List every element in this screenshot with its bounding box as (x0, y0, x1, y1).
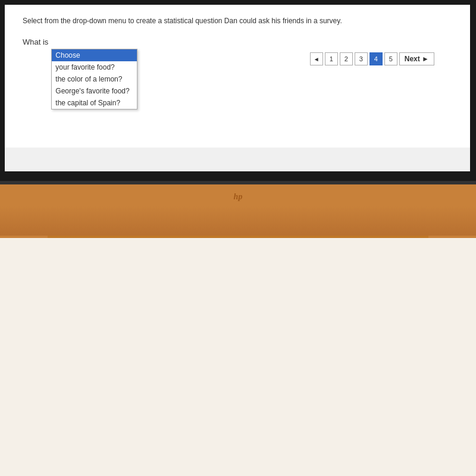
page-1-button[interactable]: 1 (325, 52, 338, 65)
next-button[interactable]: Next ► (399, 52, 434, 65)
dropdown-option-george-food[interactable]: George's favorite food? (52, 85, 137, 97)
laptop-outer: Select from the drop-down menu to create… (0, 0, 476, 476)
dropdown-option-spain-capital[interactable]: the capital of Spain? (52, 97, 137, 109)
screen-bezel: Select from the drop-down menu to create… (0, 0, 476, 184)
hp-logo: hp (234, 192, 243, 202)
desk-surface (0, 238, 476, 476)
hp-logo-area: hp (0, 188, 476, 206)
speaker-area (0, 206, 476, 236)
pagination: ◄ 1 2 3 4 5 Next ► (310, 52, 434, 65)
dropdown-list: Choose your favorite food? the color of … (51, 49, 137, 109)
instruction-text: Select from the drop-down menu to create… (23, 17, 452, 25)
page-5-button[interactable]: 5 (384, 52, 397, 65)
dropdown-option-choose[interactable]: Choose (52, 49, 137, 61)
page-3-button[interactable]: 3 (355, 52, 368, 65)
screen: Select from the drop-down menu to create… (5, 5, 470, 171)
page-2-button[interactable]: 2 (340, 52, 353, 65)
question-prefix: What is (23, 37, 48, 46)
dropdown-option-fav-food[interactable]: your favorite food? (52, 61, 137, 73)
content-area: Select from the drop-down menu to create… (5, 5, 470, 148)
page-4-button[interactable]: 4 (369, 52, 383, 65)
dropdown-option-lemon-color[interactable]: the color of a lemon? (52, 73, 137, 85)
prev-page-button[interactable]: ◄ (310, 52, 323, 65)
question-row: What is Choose your favorite food? the c… (23, 36, 452, 46)
